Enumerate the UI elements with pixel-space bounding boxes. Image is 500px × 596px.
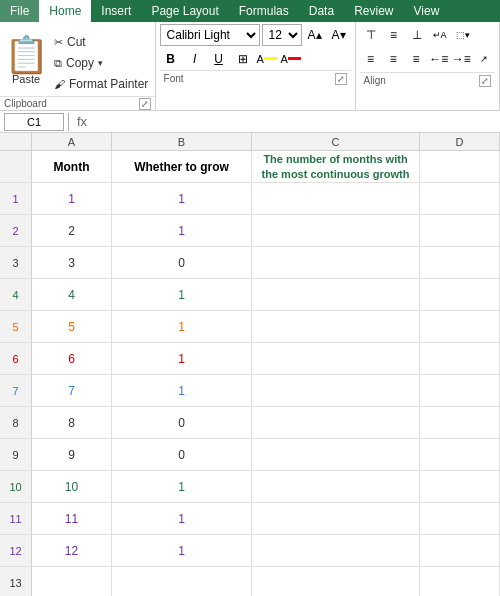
col-header-c[interactable]: C <box>252 133 420 150</box>
col-header-d[interactable]: D <box>420 133 500 150</box>
cell-10-c[interactable] <box>252 471 420 502</box>
cell-11-a[interactable]: 11 <box>32 503 112 534</box>
cell-3-b[interactable]: 0 <box>112 247 252 278</box>
copy-dropdown-icon[interactable]: ▾ <box>98 58 103 68</box>
row-header-12[interactable]: 12 <box>0 535 32 566</box>
paste-button[interactable]: 📋 Paste <box>4 26 48 96</box>
cell-header-d[interactable] <box>420 151 500 182</box>
cell-13-c[interactable] <box>252 567 420 596</box>
row-header-10[interactable]: 10 <box>0 471 32 502</box>
cell-12-c[interactable] <box>252 535 420 566</box>
font-size-decrease-button[interactable]: A▾ <box>328 24 350 46</box>
cell-2-a[interactable]: 2 <box>32 215 112 246</box>
menu-formulas[interactable]: Formulas <box>229 0 299 22</box>
cell-5-a[interactable]: 5 <box>32 311 112 342</box>
italic-button[interactable]: I <box>184 48 206 70</box>
cell-3-d[interactable] <box>420 247 500 278</box>
cell-8-c[interactable] <box>252 407 420 438</box>
row-header-3[interactable]: 3 <box>0 247 32 278</box>
border-button[interactable]: ⊞ <box>232 48 254 70</box>
wrap-text-button[interactable]: ↵A <box>429 24 451 46</box>
row-header-4[interactable]: 4 <box>0 279 32 310</box>
col-header-b[interactable]: B <box>112 133 252 150</box>
decrease-indent-button[interactable]: ←≡ <box>428 48 450 70</box>
cell-11-d[interactable] <box>420 503 500 534</box>
cell-header-c[interactable]: The number of months with the most conti… <box>252 151 420 182</box>
merge-button[interactable]: ⬚▾ <box>452 24 474 46</box>
cell-5-d[interactable] <box>420 311 500 342</box>
cell-1-c[interactable] <box>252 183 420 214</box>
bold-button[interactable]: B <box>160 48 182 70</box>
fill-color-button[interactable]: A <box>256 48 278 70</box>
cell-9-c[interactable] <box>252 439 420 470</box>
clipboard-dialog-launcher[interactable]: ⤢ <box>139 98 151 110</box>
cell-header-b[interactable]: Whether to grow <box>112 151 252 182</box>
cell-6-d[interactable] <box>420 343 500 374</box>
col-header-a[interactable]: A <box>32 133 112 150</box>
copy-button[interactable]: ⧉ Copy ▾ <box>50 54 152 72</box>
cell-10-b[interactable]: 1 <box>112 471 252 502</box>
menu-data[interactable]: Data <box>299 0 344 22</box>
cell-header-a[interactable]: Month <box>32 151 112 182</box>
row-header-1[interactable]: 1 <box>0 183 32 214</box>
align-center-button[interactable]: ≡ <box>382 48 404 70</box>
menu-view[interactable]: View <box>404 0 450 22</box>
name-box[interactable] <box>4 113 64 131</box>
cell-8-a[interactable]: 8 <box>32 407 112 438</box>
cell-8-b[interactable]: 0 <box>112 407 252 438</box>
increase-indent-button[interactable]: →≡ <box>451 48 473 70</box>
menu-review[interactable]: Review <box>344 0 403 22</box>
alignment-dialog-launcher[interactable]: ⤢ <box>479 75 491 87</box>
row-header-9[interactable]: 9 <box>0 439 32 470</box>
formula-input[interactable] <box>95 115 496 129</box>
cell-4-a[interactable]: 4 <box>32 279 112 310</box>
format-painter-button[interactable]: 🖌 Format Painter <box>50 75 152 93</box>
font-size-increase-button[interactable]: A▴ <box>304 24 326 46</box>
orientation-button[interactable]: ↗ <box>473 48 495 70</box>
align-bottom-button[interactable]: ⊥ <box>406 24 428 46</box>
cell-7-c[interactable] <box>252 375 420 406</box>
menu-insert[interactable]: Insert <box>91 0 141 22</box>
row-header-6[interactable]: 6 <box>0 343 32 374</box>
cell-13-b[interactable] <box>112 567 252 596</box>
menu-page-layout[interactable]: Page Layout <box>141 0 228 22</box>
cut-button[interactable]: ✂ Cut <box>50 33 152 51</box>
menu-home[interactable]: Home <box>39 0 91 22</box>
cell-6-c[interactable] <box>252 343 420 374</box>
font-color-button[interactable]: A <box>280 48 302 70</box>
cell-7-b[interactable]: 1 <box>112 375 252 406</box>
row-header-0[interactable] <box>0 151 32 182</box>
cell-11-b[interactable]: 1 <box>112 503 252 534</box>
row-header-7[interactable]: 7 <box>0 375 32 406</box>
cell-13-d[interactable] <box>420 567 500 596</box>
cell-3-a[interactable]: 3 <box>32 247 112 278</box>
cell-9-d[interactable] <box>420 439 500 470</box>
cell-7-d[interactable] <box>420 375 500 406</box>
cell-9-b[interactable]: 0 <box>112 439 252 470</box>
cell-4-c[interactable] <box>252 279 420 310</box>
cell-2-d[interactable] <box>420 215 500 246</box>
font-dialog-launcher[interactable]: ⤢ <box>335 73 347 85</box>
cell-1-d[interactable] <box>420 183 500 214</box>
row-header-13[interactable]: 13 <box>0 567 32 596</box>
cell-9-a[interactable]: 9 <box>32 439 112 470</box>
cell-1-b[interactable]: 1 <box>112 183 252 214</box>
row-header-5[interactable]: 5 <box>0 311 32 342</box>
row-header-2[interactable]: 2 <box>0 215 32 246</box>
cell-5-b[interactable]: 1 <box>112 311 252 342</box>
corner-cell[interactable] <box>0 133 32 150</box>
cell-6-b[interactable]: 1 <box>112 343 252 374</box>
font-name-select[interactable]: Calibri Light <box>160 24 260 46</box>
cell-2-c[interactable] <box>252 215 420 246</box>
cell-1-a[interactable]: 1 <box>32 183 112 214</box>
menu-file[interactable]: File <box>0 0 39 22</box>
cell-6-a[interactable]: 6 <box>32 343 112 374</box>
cell-2-b[interactable]: 1 <box>112 215 252 246</box>
cell-5-c[interactable] <box>252 311 420 342</box>
cell-7-a[interactable]: 7 <box>32 375 112 406</box>
cell-12-d[interactable] <box>420 535 500 566</box>
cell-10-d[interactable] <box>420 471 500 502</box>
cell-4-b[interactable]: 1 <box>112 279 252 310</box>
cell-8-d[interactable] <box>420 407 500 438</box>
cell-3-c[interactable] <box>252 247 420 278</box>
